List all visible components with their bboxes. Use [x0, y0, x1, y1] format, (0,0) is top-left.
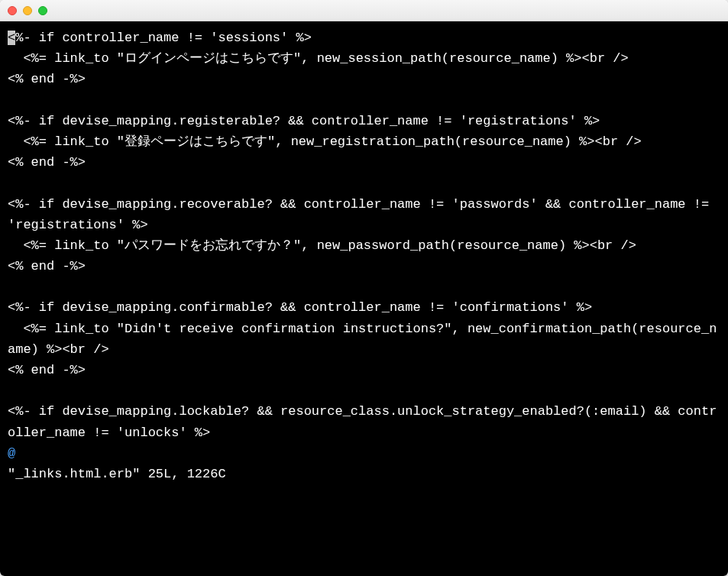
code-line: %- if controller_name != 'sessions' %> — [15, 31, 312, 45]
traffic-lights — [8, 6, 47, 15]
maximize-icon[interactable] — [38, 6, 47, 15]
mode-indicator: @ — [8, 446, 15, 461]
minimize-icon[interactable] — [23, 6, 32, 15]
titlebar[interactable] — [0, 0, 728, 21]
status-line: "_links.html.erb" 25L, 1226C — [8, 467, 226, 481]
close-icon[interactable] — [8, 6, 17, 15]
terminal-content[interactable]: <%- if controller_name != 'sessions' %> … — [0, 21, 728, 576]
code-body: <%= link_to "ログインページはこちらです", new_session… — [8, 51, 717, 439]
cursor: < — [8, 31, 15, 45]
terminal-window: <%- if controller_name != 'sessions' %> … — [0, 0, 728, 576]
